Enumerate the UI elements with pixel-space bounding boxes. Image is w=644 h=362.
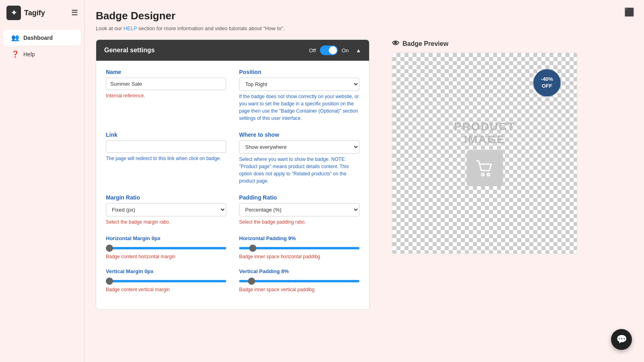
card-body: Name Internal reference. Position Top Ri…	[96, 61, 369, 309]
vertical-padding-hint: Badge inner space vertical paddibg	[239, 286, 359, 293]
card-header-title: General settings	[104, 47, 155, 54]
padding-ratio-select[interactable]: Percentage (%) Fixed (px)	[239, 203, 359, 216]
toggle-on-label: On	[342, 47, 349, 53]
preview-title: 👁 Badge Preview	[392, 39, 593, 48]
margin-ratio-section: Margin Ratio Fixed (px) Percentage (%) S…	[106, 194, 226, 226]
horizontal-margin-value: 0px	[151, 235, 160, 241]
page-title: Badge Designer	[96, 10, 633, 22]
position-hint: If the badge does not show correctly on …	[239, 93, 359, 122]
vertical-margin-slider[interactable]	[106, 280, 226, 282]
where-to-show-section: Where to show Show everywhere Product pa…	[239, 132, 359, 185]
sidebar-item-help[interactable]: ❓ Help	[3, 46, 81, 62]
margin-ratio-hint: Select the badge margin ratio.	[106, 218, 226, 226]
sidebar-nav: 👥 Dashboard ❓ Help	[0, 26, 84, 66]
vertical-padding-section: Vertical Padding 8% Badge inner space ve…	[239, 268, 359, 293]
dashboard-icon: 👥	[11, 34, 19, 41]
name-hint: Internal reference.	[106, 92, 226, 99]
where-to-show-hint: Select where you want to show the badge.…	[239, 156, 359, 185]
eye-icon: 👁	[392, 39, 399, 48]
where-to-show-label: Where to show	[239, 132, 359, 138]
vertical-padding-label: Vertical Padding 8%	[239, 268, 359, 274]
general-settings-card: General settings Off On ▲ Name Int	[96, 39, 369, 310]
name-input[interactable]	[106, 78, 226, 90]
preview-box: -40% OFF PRODUCT IMAGE	[392, 53, 577, 254]
horizontal-padding-hint: Badge inner space horizontal paddibg	[239, 253, 359, 260]
vertical-margin-label: Vertical Margin 0px	[106, 268, 226, 274]
sidebar-item-label: Dashboard	[23, 35, 53, 41]
horizontal-margin-slider[interactable]	[106, 247, 226, 249]
horizontal-padding-label: Horizontal Padding 9%	[239, 235, 359, 241]
collapse-icon[interactable]: ▲	[356, 47, 361, 53]
vertical-margin-value: 0px	[144, 268, 153, 274]
app-logo: ✦ Tagify ☰	[0, 0, 84, 26]
help-link[interactable]: HELP	[124, 25, 137, 31]
toggle-knob	[329, 46, 337, 54]
logo-icon: ✦	[6, 6, 21, 20]
toggle-off-label: Off	[309, 47, 316, 53]
product-image-text: PRODUCT IMAGE	[439, 120, 531, 146]
link-hint: The page will redirect to this link when…	[106, 155, 226, 162]
sidebar: ✦ Tagify ☰ 👥 Dashboard ❓ Help	[0, 0, 85, 362]
chat-icon: 💬	[616, 334, 627, 345]
horizontal-margin-section: Horizontal Margin 0px Badge content hori…	[106, 235, 226, 260]
horizontal-padding-value: 9%	[288, 235, 296, 241]
topbar-icon[interactable]: ⬛	[624, 7, 634, 17]
horizontal-padding-slider[interactable]	[239, 247, 359, 249]
position-select[interactable]: Top Right Top Left Bottom Right Bottom L…	[239, 78, 359, 91]
vertical-margin-hint: Badge content vertical margin	[106, 286, 226, 293]
horizontal-margin-hint: Badge content horizontal margin	[106, 253, 226, 260]
chat-button[interactable]: 💬	[611, 329, 632, 350]
cart-icon	[466, 150, 503, 186]
badge-line1: -40%	[541, 76, 553, 83]
enable-toggle[interactable]	[320, 45, 338, 55]
card-header-right: Off On ▲	[309, 45, 361, 55]
link-section: Link The page will redirect to this link…	[106, 132, 226, 185]
help-icon: ❓	[11, 50, 19, 58]
vertical-margin-section: Vertical Margin 0px Badge content vertic…	[106, 268, 226, 293]
card-header: General settings Off On ▲	[96, 40, 369, 61]
padding-ratio-hint: Select the badge padding ratio.	[239, 218, 359, 226]
horizontal-padding-section: Horizontal Padding 9% Badge inner space …	[239, 235, 359, 260]
product-image-placeholder: PRODUCT IMAGE	[439, 120, 531, 186]
horizontal-margin-label: Horizontal Margin 0px	[106, 235, 226, 241]
badge-preview: -40% OFF	[533, 69, 561, 97]
padding-ratio-label: Padding Ratio	[239, 194, 359, 201]
page-subtitle: Look at our HELP section for more inform…	[96, 25, 633, 31]
margin-ratio-label: Margin Ratio	[106, 194, 226, 201]
link-label: Link	[106, 132, 226, 138]
sidebar-item-label: Help	[23, 51, 35, 58]
vertical-padding-value: 8%	[281, 268, 289, 274]
position-label: Position	[239, 69, 359, 75]
vertical-padding-slider[interactable]	[239, 280, 359, 282]
badge-line2: OFF	[542, 83, 552, 90]
sidebar-item-dashboard[interactable]: 👥 Dashboard	[3, 30, 81, 45]
name-section: Name Internal reference.	[106, 69, 226, 122]
app-name: Tagify	[24, 9, 45, 17]
name-label: Name	[106, 69, 226, 75]
preview-panel: 👁 Badge Preview -40% OFF PRODUCT IMAGE	[392, 39, 593, 310]
main-content: ⬛ Badge Designer Look at our HELP sectio…	[85, 0, 644, 362]
margin-ratio-select[interactable]: Fixed (px) Percentage (%)	[106, 203, 226, 216]
where-to-show-select[interactable]: Show everywhere Product page only Catego…	[239, 140, 359, 154]
form-grid: Name Internal reference. Position Top Ri…	[106, 69, 359, 301]
hamburger-icon[interactable]: ☰	[71, 8, 78, 17]
position-section: Position Top Right Top Left Bottom Right…	[239, 69, 359, 122]
link-input[interactable]	[106, 140, 226, 153]
padding-ratio-section: Padding Ratio Percentage (%) Fixed (px) …	[239, 194, 359, 226]
